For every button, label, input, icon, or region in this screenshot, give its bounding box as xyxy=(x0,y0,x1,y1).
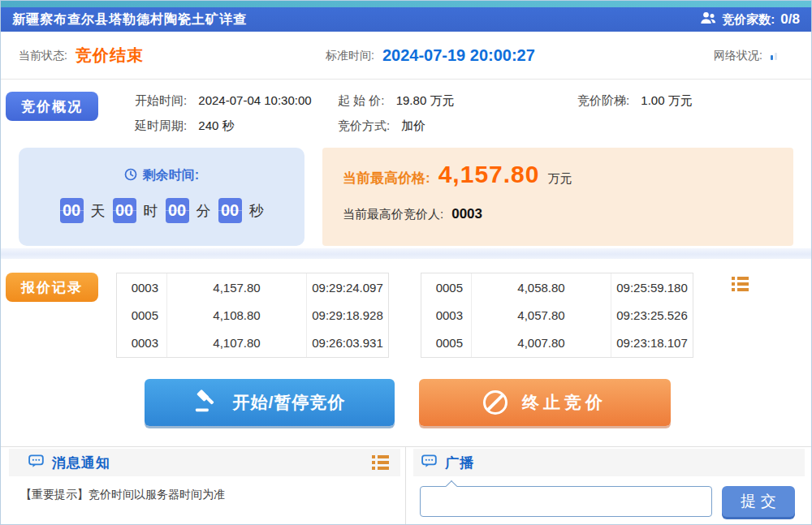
field-value: 加价 xyxy=(401,118,425,132)
messages-header: 消息通知 xyxy=(9,449,400,476)
submit-button[interactable]: 提 交 xyxy=(722,486,795,517)
chat-bubble-icon xyxy=(421,454,437,471)
field-bid-mode: 竞价方式: 加价 xyxy=(338,118,425,134)
record-bidder: 0003 xyxy=(117,273,167,301)
current-state-label: 当前状态: xyxy=(19,49,67,63)
record-time: 09:25:59.180 xyxy=(611,273,693,301)
broadcast-input[interactable] xyxy=(420,486,712,517)
field-label: 开始时间: xyxy=(135,93,187,107)
signal-bars-icon xyxy=(771,52,777,60)
current-state: 当前状态: 竞价结束 xyxy=(19,32,144,80)
countdown-days: 00 xyxy=(60,198,84,223)
standard-time-value: 2024-07-19 20:00:27 xyxy=(382,46,535,65)
gavel-icon xyxy=(194,389,218,417)
highest-bidder-line: 当前最高价竞价人: 0003 xyxy=(343,206,482,222)
field-value: 240 秒 xyxy=(198,118,234,132)
record-price: 4,107.80 xyxy=(167,329,307,357)
field-value: 19.80 万元 xyxy=(396,93,455,107)
start-pause-bid-button[interactable]: 开始/暂停竞价 xyxy=(145,379,395,426)
field-value: 2024-07-04 10:30:00 xyxy=(198,93,311,107)
message-item: 【重要提示】竞价时间以服务器时间为准 xyxy=(20,488,225,502)
standard-time-label: 标准时间: xyxy=(326,49,374,63)
countdown-hours: 00 xyxy=(113,198,136,223)
clock-icon xyxy=(124,168,137,184)
field-value: 1.00 万元 xyxy=(641,93,692,107)
record-time: 09:29:24.097 xyxy=(307,273,388,301)
highest-bidder-value: 0003 xyxy=(451,206,482,222)
countdown-seconds: 00 xyxy=(218,198,242,223)
bid-records-table-right: 0005 4,058.80 09:25:59.180 0003 4,057.80… xyxy=(421,273,693,358)
field-label: 竞价阶梯: xyxy=(577,93,629,107)
unit-minute: 分 xyxy=(197,201,211,221)
bidder-count-value: 0/8 xyxy=(780,11,800,28)
record-bidder: 0003 xyxy=(117,329,167,357)
countdown-digits: 00 天 00 时 00 分 00 秒 xyxy=(19,198,304,223)
field-delay-period: 延时周期: 240 秒 xyxy=(135,118,235,134)
title-bar: 新疆察布查尔县塔勒德村陶瓷土矿详查 竞价家数: 0/8 xyxy=(1,7,811,32)
broadcast-header: 广播 xyxy=(413,449,805,476)
record-price: 4,058.80 xyxy=(472,273,611,301)
record-price: 4,057.80 xyxy=(472,301,611,329)
column-divider xyxy=(405,447,406,525)
bottom-divider xyxy=(1,446,811,447)
bidder-count-label: 竞价家数: xyxy=(722,12,775,28)
unit-hour: 时 xyxy=(144,201,158,221)
record-price: 4,007.80 xyxy=(472,329,611,357)
countdown-title: 剩余时间: xyxy=(19,167,304,184)
chat-bubble-icon xyxy=(28,454,44,471)
highest-price-unit: 万元 xyxy=(547,171,572,187)
highest-bidder-label: 当前最高价竞价人: xyxy=(343,207,443,222)
field-label: 延时周期: xyxy=(135,118,187,132)
record-bidder: 0003 xyxy=(421,301,472,329)
highest-price-value: 4,157.80 xyxy=(438,161,540,188)
page-title: 新疆察布查尔县塔勒德村陶瓷土矿详查 xyxy=(12,11,247,28)
standard-time: 标准时间: 2024-07-19 20:00:27 xyxy=(326,32,535,80)
top-accent-strip xyxy=(1,1,811,7)
messages-title: 消息通知 xyxy=(52,454,110,472)
current-state-value: 竞价结束 xyxy=(76,45,144,67)
bid-records-table-left: 0003 4,157.80 09:29:24.097 0005 4,108.80… xyxy=(116,273,389,358)
bidder-count: 竞价家数: 0/8 xyxy=(700,11,800,28)
field-label: 起 始 价: xyxy=(338,93,385,107)
messages-list-icon[interactable] xyxy=(372,455,389,470)
record-price: 4,157.80 xyxy=(167,273,307,301)
people-icon xyxy=(700,11,716,28)
record-time: 09:23:25.526 xyxy=(611,301,693,329)
field-label: 竞价方式: xyxy=(338,118,390,132)
countdown-title-text: 剩余时间: xyxy=(143,167,199,184)
record-price: 4,108.80 xyxy=(167,301,307,329)
status-bar: 当前状态: 竞价结束 标准时间: 2024-07-19 20:00:27 网络状… xyxy=(1,32,811,80)
record-bidder: 0005 xyxy=(421,273,472,301)
countdown-panel: 剩余时间: 00 天 00 时 00 分 00 秒 xyxy=(19,148,304,246)
terminate-bid-button[interactable]: 终止竞价 xyxy=(419,379,671,426)
unit-second: 秒 xyxy=(249,201,264,221)
unit-day: 天 xyxy=(91,201,106,221)
section-divider xyxy=(1,248,811,259)
auction-page: 新疆察布查尔县塔勒德村陶瓷土矿详查 竞价家数: 0/8 当前状态: 竞价结束 标… xyxy=(0,0,812,525)
field-start-time: 开始时间: 2024-07-04 10:30:00 xyxy=(135,93,312,109)
record-time: 09:29:18.928 xyxy=(307,301,388,329)
network-status-label: 网络状况: xyxy=(714,49,762,63)
countdown-minutes: 00 xyxy=(166,198,189,223)
tab-bid-records: 报价记录 xyxy=(6,273,98,302)
records-list-icon[interactable] xyxy=(732,277,749,291)
field-bid-step: 竞价阶梯: 1.00 万元 xyxy=(577,93,693,109)
record-bidder: 0005 xyxy=(421,329,472,357)
highest-price-label: 当前最高价格: xyxy=(343,169,430,187)
record-time: 09:23:18.107 xyxy=(611,329,693,357)
no-entry-icon xyxy=(483,390,508,415)
terminate-label: 终止竞价 xyxy=(522,391,607,414)
highest-price-line: 当前最高价格: 4,157.80 万元 xyxy=(343,161,572,188)
start-pause-label: 开始/暂停竞价 xyxy=(233,391,346,414)
highest-price-panel: 当前最高价格: 4,157.80 万元 当前最高价竞价人: 0003 xyxy=(322,148,793,246)
broadcast-title: 广播 xyxy=(445,454,474,472)
tab-bid-overview: 竞价概况 xyxy=(6,92,98,121)
record-bidder: 0005 xyxy=(117,301,167,329)
network-status: 网络状况: xyxy=(714,32,777,80)
record-time: 09:26:03.931 xyxy=(307,329,388,357)
field-start-price: 起 始 价: 19.80 万元 xyxy=(338,93,454,109)
